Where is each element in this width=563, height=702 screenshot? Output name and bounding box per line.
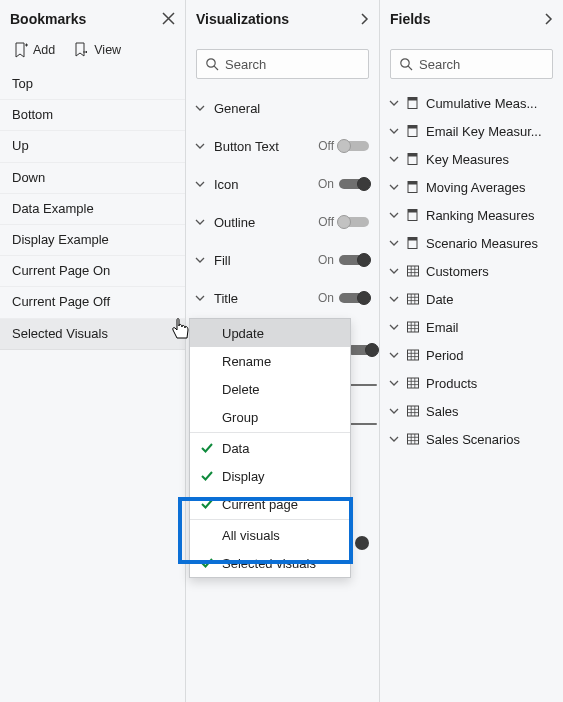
- bookmark-item[interactable]: Selected Visuals: [0, 319, 185, 350]
- bookmark-item[interactable]: Top: [0, 69, 185, 100]
- bookmark-item[interactable]: Data Example: [0, 194, 185, 225]
- context-menu-item[interactable]: All visuals: [190, 521, 350, 549]
- chevron-down-icon: [388, 349, 400, 361]
- context-menu-item-label: Rename: [222, 354, 271, 369]
- check-icon: [200, 470, 214, 482]
- context-menu-item[interactable]: Display: [190, 462, 350, 490]
- format-options-list: GeneralButton TextOffIconOnOutlineOffFil…: [186, 85, 379, 321]
- context-menu-separator: [190, 432, 350, 433]
- table-icon: [406, 432, 420, 446]
- field-label: Cumulative Meas...: [426, 96, 555, 111]
- check-icon: [200, 557, 214, 569]
- bookmark-item[interactable]: Up: [0, 131, 185, 162]
- search-icon: [399, 57, 413, 71]
- visualizations-search-input[interactable]: Search: [196, 49, 369, 79]
- add-button[interactable]: Add: [14, 42, 55, 58]
- field-item[interactable]: Moving Averages: [380, 173, 563, 201]
- table-icon: [406, 404, 420, 418]
- svg-rect-20: [408, 434, 419, 444]
- collapse-icon[interactable]: [359, 12, 369, 26]
- measure-icon: [406, 236, 420, 250]
- bookmark-item[interactable]: Bottom: [0, 100, 185, 131]
- context-menu-item[interactable]: Delete: [190, 375, 350, 403]
- field-item[interactable]: Email: [380, 313, 563, 341]
- field-item[interactable]: Cumulative Meas...: [380, 89, 563, 117]
- bookmark-item[interactable]: Display Example: [0, 225, 185, 256]
- toggle-state-label: On: [318, 253, 334, 267]
- table-icon: [406, 348, 420, 362]
- svg-rect-7: [408, 154, 417, 157]
- field-item[interactable]: Key Measures: [380, 145, 563, 173]
- format-option-toggle[interactable]: On: [311, 291, 369, 305]
- table-icon: [406, 320, 420, 334]
- collapse-icon[interactable]: [543, 12, 553, 26]
- format-option-row[interactable]: OutlineOff: [186, 203, 379, 241]
- chevron-down-icon: [388, 125, 400, 137]
- bookmark-item[interactable]: Current Page Off: [0, 287, 185, 318]
- add-button-label: Add: [33, 43, 55, 57]
- field-item[interactable]: Sales: [380, 397, 563, 425]
- format-option-row[interactable]: General: [186, 89, 379, 127]
- format-option-toggle[interactable]: On: [311, 253, 369, 267]
- field-item[interactable]: Sales Scenarios: [380, 425, 563, 453]
- context-menu-item-label: Current page: [222, 497, 298, 512]
- context-menu-item[interactable]: Rename: [190, 347, 350, 375]
- fields-title: Fields: [390, 11, 430, 27]
- context-menu-item[interactable]: Current page: [190, 490, 350, 518]
- measure-icon: [406, 152, 420, 166]
- measure-icon: [406, 208, 420, 222]
- format-option-label: General: [214, 101, 369, 116]
- field-item[interactable]: Date: [380, 285, 563, 313]
- field-label: Sales: [426, 404, 555, 419]
- chevron-down-icon: [194, 292, 206, 304]
- bookmark-context-menu: UpdateRenameDeleteGroupDataDisplayCurren…: [189, 318, 351, 578]
- bookmark-list: TopBottomUpDownData ExampleDisplay Examp…: [0, 67, 185, 352]
- bookmark-view-icon: [73, 42, 89, 58]
- format-option-row[interactable]: IconOn: [186, 165, 379, 203]
- field-label: Email Key Measur...: [426, 124, 555, 139]
- chevron-down-icon: [194, 140, 206, 152]
- table-icon: [406, 264, 420, 278]
- field-item[interactable]: Email Key Measur...: [380, 117, 563, 145]
- field-item[interactable]: Customers: [380, 257, 563, 285]
- context-menu-item[interactable]: Selected visuals: [190, 549, 350, 577]
- svg-rect-14: [408, 266, 419, 276]
- svg-rect-16: [408, 322, 419, 332]
- context-menu-item-label: Display: [222, 469, 265, 484]
- context-menu-item[interactable]: Group: [190, 403, 350, 431]
- field-item[interactable]: Period: [380, 341, 563, 369]
- context-menu-item-label: Delete: [222, 382, 260, 397]
- field-item[interactable]: Ranking Measures: [380, 201, 563, 229]
- fields-search-input[interactable]: Search: [390, 49, 553, 79]
- bookmark-item[interactable]: Down: [0, 163, 185, 194]
- format-option-row[interactable]: Button TextOff: [186, 127, 379, 165]
- format-option-row[interactable]: TitleOn: [186, 279, 379, 317]
- format-option-toggle[interactable]: Off: [311, 139, 369, 153]
- bookmark-add-icon: [14, 42, 28, 58]
- visualizations-header: Visualizations: [186, 0, 379, 37]
- field-item[interactable]: Products: [380, 369, 563, 397]
- chevron-down-icon: [194, 178, 206, 190]
- switch-track: [339, 255, 369, 265]
- field-label: Key Measures: [426, 152, 555, 167]
- view-button[interactable]: View: [73, 42, 121, 58]
- fields-panel: Fields Search Cumulative Meas...Email Ke…: [380, 0, 563, 702]
- field-list: Cumulative Meas...Email Key Measur...Key…: [380, 85, 563, 457]
- chevron-down-icon: [194, 254, 206, 266]
- field-item[interactable]: Scenario Measures: [380, 229, 563, 257]
- context-menu-item[interactable]: Data: [190, 434, 350, 462]
- close-icon[interactable]: [162, 12, 175, 25]
- format-option-toggle[interactable]: Off: [311, 215, 369, 229]
- field-label: Products: [426, 376, 555, 391]
- svg-rect-15: [408, 294, 419, 304]
- field-label: Ranking Measures: [426, 208, 555, 223]
- format-option-row[interactable]: FillOn: [186, 241, 379, 279]
- context-menu-item-label: Data: [222, 441, 249, 456]
- switch-track: [339, 293, 369, 303]
- field-label: Date: [426, 292, 555, 307]
- format-option-label: Fill: [214, 253, 303, 268]
- format-option-toggle[interactable]: On: [311, 177, 369, 191]
- context-menu-item[interactable]: Update: [190, 319, 350, 347]
- switch-track: [339, 179, 369, 189]
- bookmark-item[interactable]: Current Page On: [0, 256, 185, 287]
